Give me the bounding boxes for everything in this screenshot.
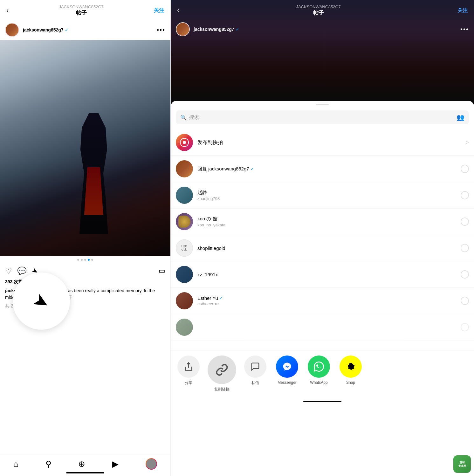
- contact-row-5[interactable]: Esther Yu ✓ estheeerrrrr: [171, 288, 474, 314]
- contact-avatar-0: [176, 160, 193, 177]
- nav-search-button[interactable]: ⚲: [45, 459, 52, 469]
- right-username[interactable]: jacksonwang852g7: [194, 27, 234, 32]
- left-follow-button[interactable]: 关注: [154, 7, 164, 14]
- right-avatar: [176, 22, 190, 36]
- share-item-message[interactable]: 私信: [243, 355, 268, 386]
- search-bar[interactable]: 🔍 搜索 👥: [176, 110, 469, 124]
- contact-verified-0: ✓: [251, 167, 254, 171]
- contact-radio-0[interactable]: [461, 165, 469, 173]
- share-item-whatsapp[interactable]: WhatsApp: [306, 355, 332, 385]
- share-item-copylink[interactable]: 复制链接: [208, 355, 236, 392]
- contact-info-0: 回复 jacksonwang852g7 ✓: [197, 166, 461, 172]
- android-badge: 蓝莓 安卓网: [453, 455, 471, 473]
- contact-info-4: xz_1991x: [197, 272, 461, 277]
- add-people-button[interactable]: 👥: [457, 114, 464, 121]
- right-avatar-img: [176, 23, 189, 36]
- nav-create-button[interactable]: ⊕: [78, 459, 85, 469]
- share-label-snap: Snap: [346, 380, 355, 385]
- contact-verified-5: ✓: [219, 296, 223, 300]
- right-header-center: JACKSONWANG852G7 帖子: [179, 4, 457, 17]
- left-header-center: JACKSONWANG852G7 帖子: [9, 4, 154, 17]
- left-panel: ‹ JACKSONWANG852G7 帖子 关注 jacksonwang852g…: [0, 0, 171, 476]
- right-user-row: jacksonwang852g7 ✓ •••: [171, 19, 474, 39]
- snap-icon: [340, 355, 362, 378]
- share-button-circle[interactable]: ➤: [13, 272, 70, 330]
- contact-name-2: koo の 館: [197, 216, 461, 222]
- contact-radio-3[interactable]: [461, 244, 469, 252]
- sheet-handle: [316, 104, 329, 105]
- share-to-reels-row[interactable]: 发布到快拍 >: [171, 129, 474, 156]
- right-back-button[interactable]: ‹: [177, 6, 179, 15]
- left-avatar: [5, 23, 19, 37]
- contact-row-4[interactable]: xz_1991x: [171, 261, 474, 288]
- contact-radio-2[interactable]: [461, 217, 469, 226]
- right-home-indicator: [303, 401, 341, 402]
- dot-4-active: [88, 259, 90, 261]
- contact-radio-6[interactable]: [461, 323, 469, 331]
- dot-2: [81, 259, 83, 261]
- contact-avatar-4: [176, 266, 193, 283]
- left-username[interactable]: jacksonwang852g7: [23, 27, 64, 32]
- contact-avatar-1: [176, 187, 193, 204]
- right-follow-button[interactable]: 关注: [457, 7, 468, 14]
- contact-radio-1[interactable]: [461, 191, 469, 199]
- copy-link-icon-circle: [208, 355, 236, 384]
- contact-radio-4[interactable]: [461, 270, 469, 279]
- share-item-messenger[interactable]: Messenger: [274, 355, 300, 385]
- contact-row-2[interactable]: koo の 館 koo_no_yakata: [171, 209, 474, 235]
- right-username-row: jacksonwang852g7 ✓: [194, 27, 460, 32]
- contact-avatar-5: [176, 292, 193, 309]
- nav-reels-button[interactable]: ▶: [112, 459, 119, 469]
- left-avatar-img: [6, 24, 18, 36]
- share-section: 分享 复制链接: [171, 341, 474, 395]
- contact-name-5: Esther Yu ✓: [197, 295, 461, 301]
- right-header-title: 帖子: [179, 9, 457, 17]
- search-input[interactable]: 搜索: [189, 114, 454, 121]
- right-dark-bg: ‹ JACKSONWANG852G7 帖子 关注 jacksonwang852g…: [171, 0, 474, 102]
- like-button[interactable]: ♡: [5, 266, 12, 275]
- chevron-right-icon: >: [465, 139, 469, 146]
- share-label-copylink: 复制链接: [214, 387, 230, 392]
- nav-home-button[interactable]: ⌂: [13, 459, 18, 469]
- contact-row-1[interactable]: 赵静 zhaojing798: [171, 182, 474, 209]
- contact-avatar-3: LittleGold: [176, 239, 193, 257]
- right-more-button[interactable]: •••: [460, 26, 469, 33]
- share-item-snap[interactable]: Snap: [338, 355, 363, 385]
- left-back-button[interactable]: ‹: [6, 6, 9, 15]
- nav-profile-avatar: [146, 459, 156, 469]
- left-username-row: jacksonwang852g7 ✓: [23, 27, 157, 32]
- right-header: ‹ JACKSONWANG852G7 帖子 关注: [171, 0, 474, 20]
- share-arrow-icon: ➤: [29, 287, 54, 315]
- contact-avatar-2: [176, 213, 193, 230]
- right-panel: ‹ JACKSONWANG852G7 帖子 关注 jacksonwang852g…: [171, 0, 474, 476]
- bookmark-button[interactable]: ▭: [159, 267, 165, 275]
- comment-button[interactable]: 💬: [17, 266, 27, 275]
- messenger-icon: [276, 355, 298, 378]
- left-more-button[interactable]: •••: [157, 26, 165, 34]
- post-image: [0, 40, 170, 256]
- share-item-share[interactable]: 分享: [176, 355, 201, 386]
- contact-sub-2: koo_no_yakata: [197, 223, 461, 227]
- contact-row-6[interactable]: [171, 314, 474, 341]
- right-header-username: JACKSONWANG852G7: [179, 4, 457, 9]
- left-user-row: jacksonwang852g7 ✓ •••: [0, 20, 170, 40]
- contact-row-3[interactable]: LittleGold shoplittlegold: [171, 235, 474, 261]
- share-label-messenger: Messenger: [278, 380, 296, 385]
- share-bottom-sheet: 🔍 搜索 👥 发布到快拍 > 回复 jacksonwang852g7 ✓: [171, 101, 474, 476]
- nav-profile-button[interactable]: [146, 458, 157, 470]
- left-header-username: JACKSONWANG852G7: [9, 4, 154, 9]
- dot-1: [77, 259, 79, 261]
- contact-info-5: Esther Yu ✓ estheeerrrrr: [197, 295, 461, 306]
- contact-name-4: xz_1991x: [197, 272, 461, 277]
- action-bar: ♡ 💬 ➤ ▭: [0, 263, 170, 279]
- contact-info-3: shoplittlegold: [197, 245, 461, 251]
- right-verified-icon: ✓: [236, 27, 239, 32]
- contact-sub-1: zhaojing798: [197, 196, 461, 201]
- contact-radio-5[interactable]: [461, 297, 469, 305]
- contact-sub-5: estheeerrrrr: [197, 301, 461, 306]
- dot-5: [91, 259, 93, 261]
- contact-info-2: koo の 館 koo_no_yakata: [197, 216, 461, 227]
- message-icon: [244, 355, 266, 378]
- left-header: ‹ JACKSONWANG852G7 帖子 关注: [0, 0, 170, 20]
- contact-row-0[interactable]: 回复 jacksonwang852g7 ✓: [171, 156, 474, 182]
